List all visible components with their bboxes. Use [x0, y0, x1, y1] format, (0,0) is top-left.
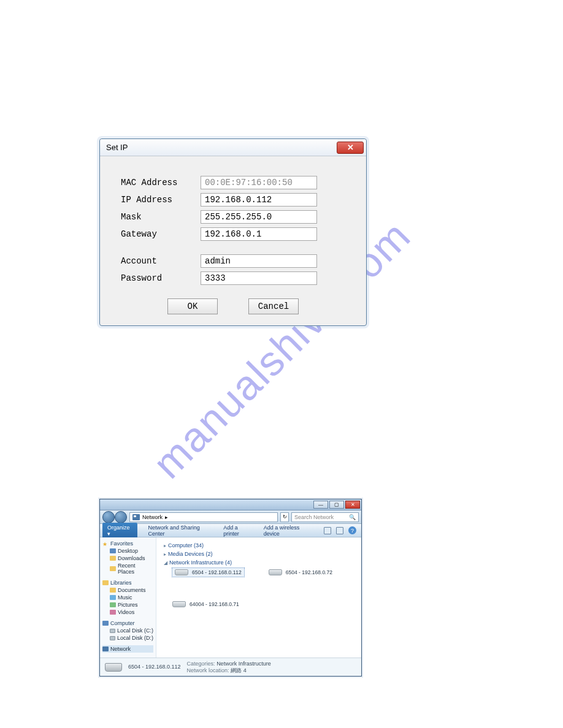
- dialog-titlebar: Set IP ✕: [100, 139, 366, 156]
- password-field[interactable]: [201, 271, 317, 285]
- device-label: 6504 - 192.168.0.112: [192, 569, 242, 575]
- mac-address-label: MAC Address: [121, 178, 201, 188]
- gateway-field[interactable]: [201, 227, 317, 241]
- help-icon[interactable]: ?: [348, 526, 356, 534]
- status-categories-value: Network Infrastructure: [216, 661, 271, 667]
- nav-forward-button[interactable]: [115, 511, 127, 523]
- desktop-icon: [110, 548, 116, 553]
- folder-icon: [110, 566, 116, 571]
- sidebar-network[interactable]: Network: [102, 645, 153, 653]
- device-item[interactable]: 6504 - 192.168.0.112: [172, 568, 244, 577]
- gateway-label: Gateway: [121, 229, 201, 239]
- status-location-value: 網路 4: [231, 667, 247, 673]
- device-icon: [172, 601, 186, 607]
- music-icon: [110, 595, 116, 600]
- network-explorer-window: — ▢ ✕ Network ▸ ↻ Search Network 🔍 Organ…: [99, 499, 362, 677]
- explorer-toolbar: Organize ▾ Network and Sharing Center Ad…: [100, 524, 361, 537]
- sidebar-item-documents[interactable]: Documents: [102, 586, 153, 594]
- device-item[interactable]: 64004 - 192.168.0.71: [172, 601, 354, 607]
- sidebar-item-music[interactable]: Music: [102, 594, 153, 601]
- sidebar-item-downloads[interactable]: Downloads: [102, 555, 153, 562]
- mac-address-field: [201, 176, 317, 189]
- address-path: Network: [142, 514, 163, 520]
- search-placeholder: Search Network: [294, 514, 334, 520]
- sidebar-item-pictures[interactable]: Pictures: [102, 601, 153, 609]
- sidebar-item-recent-places[interactable]: Recent Places: [102, 562, 153, 575]
- mask-label: Mask: [121, 212, 201, 222]
- maximize-button[interactable]: ▢: [329, 501, 344, 509]
- view-options-button[interactable]: [324, 527, 331, 534]
- path-separator: ▸: [165, 514, 168, 520]
- device-label: 64004 - 192.168.0.71: [190, 601, 239, 607]
- device-item[interactable]: 6504 - 192.168.0.72: [269, 568, 332, 577]
- documents-icon: [110, 588, 116, 593]
- close-button[interactable]: ✕: [337, 142, 364, 154]
- dialog-title: Set IP: [106, 143, 128, 152]
- pictures-icon: [110, 602, 116, 607]
- chevron-right-icon: ▸: [164, 543, 166, 548]
- dialog-body: MAC Address IP Address Mask Gateway Acco…: [100, 156, 366, 325]
- sidebar-item-videos[interactable]: Videos: [102, 609, 153, 616]
- address-bar: Network ▸ ↻ Search Network 🔍: [100, 510, 361, 524]
- ip-address-field[interactable]: [201, 193, 317, 207]
- videos-icon: [110, 610, 116, 615]
- preview-pane-button[interactable]: [336, 527, 343, 534]
- device-icon: [269, 569, 282, 575]
- close-button[interactable]: ✕: [345, 501, 360, 509]
- device-icon: [105, 663, 122, 672]
- ip-address-label: IP Address: [121, 195, 201, 205]
- explorer-titlebar: — ▢ ✕: [100, 499, 361, 510]
- section-network-infrastructure[interactable]: ◢Network Infrastructure (4): [164, 559, 354, 566]
- add-wireless-device-link[interactable]: Add a wireless device: [264, 525, 313, 537]
- cancel-button[interactable]: Cancel: [248, 298, 299, 314]
- explorer-content: ▸Computer (34) ▸Media Devices (2) ◢Netwo…: [156, 537, 361, 658]
- status-categories-key: Categories:: [187, 661, 215, 667]
- search-icon: 🔍: [349, 514, 356, 520]
- network-icon: [132, 514, 140, 520]
- ok-button[interactable]: OK: [167, 298, 218, 314]
- status-location-key: Network location:: [187, 667, 229, 673]
- password-label: Password: [121, 273, 201, 283]
- device-label: 6504 - 192.168.0.72: [286, 569, 332, 575]
- search-field[interactable]: Search Network 🔍: [291, 512, 359, 522]
- sidebar-computer[interactable]: Computer: [102, 620, 153, 627]
- explorer-sidebar: ★Favorites Desktop Downloads Recent Plac…: [100, 537, 156, 658]
- sidebar-favorites[interactable]: ★Favorites: [102, 540, 153, 547]
- section-media-devices[interactable]: ▸Media Devices (2): [164, 551, 354, 557]
- libraries-icon: [102, 580, 109, 585]
- network-sharing-center-link[interactable]: Network and Sharing Center: [148, 525, 213, 537]
- nav-back-button[interactable]: [102, 511, 115, 523]
- account-field[interactable]: [201, 254, 317, 268]
- close-icon: ✕: [347, 143, 354, 152]
- folder-icon: [110, 556, 116, 561]
- address-field[interactable]: Network ▸: [129, 512, 278, 522]
- star-icon: ★: [102, 541, 109, 546]
- section-computer[interactable]: ▸Computer (34): [164, 542, 354, 548]
- disk-icon: [110, 629, 115, 633]
- minimize-button[interactable]: —: [313, 501, 328, 509]
- device-icon: [175, 569, 188, 575]
- chevron-down-icon: ◢: [164, 560, 167, 566]
- add-printer-link[interactable]: Add a printer: [223, 525, 253, 537]
- status-device-name: 6504 - 192.168.0.112: [128, 664, 181, 670]
- mask-field[interactable]: [201, 210, 317, 224]
- organize-menu[interactable]: Organize ▾: [102, 523, 137, 539]
- refresh-button[interactable]: ↻: [280, 512, 289, 522]
- sidebar-item-local-disk-c[interactable]: Local Disk (C:): [102, 627, 153, 634]
- chevron-right-icon: ▸: [164, 552, 166, 557]
- set-ip-dialog: Set IP ✕ MAC Address IP Address Mask Gat…: [99, 138, 367, 326]
- sidebar-item-desktop[interactable]: Desktop: [102, 547, 153, 555]
- sidebar-item-local-disk-d[interactable]: Local Disk (D:): [102, 634, 153, 642]
- network-icon: [102, 646, 109, 651]
- disk-icon: [110, 636, 115, 640]
- computer-icon: [102, 621, 109, 626]
- status-bar: 6504 - 192.168.0.112 Categories: Network…: [100, 658, 361, 676]
- account-label: Account: [121, 256, 201, 266]
- sidebar-libraries[interactable]: Libraries: [102, 579, 153, 586]
